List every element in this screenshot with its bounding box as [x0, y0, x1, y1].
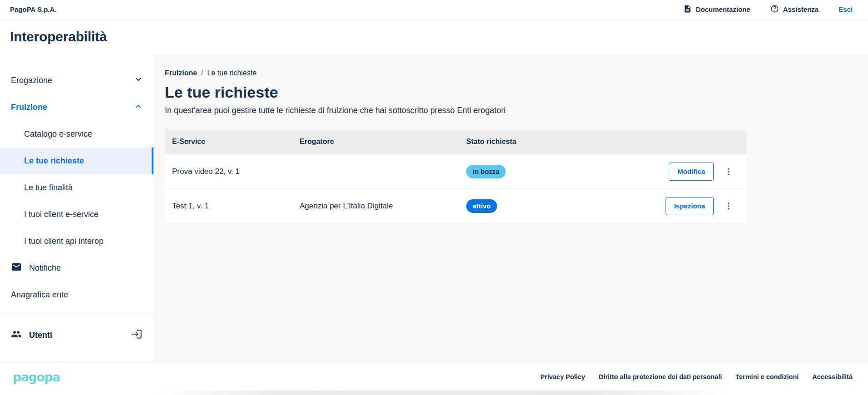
sidebar-item-label: I tuoi client e-service — [24, 210, 99, 219]
sidebar-item-catalogo-e-service[interactable]: Catalogo e-service — [0, 121, 153, 148]
requests-table: E-Service Erogatore Stato richiesta Prov… — [165, 129, 746, 223]
document-icon — [683, 5, 692, 15]
column-header-eservice: E-Service — [172, 138, 300, 146]
sidebar-item-label: Le tue richieste — [24, 156, 84, 166]
window-bottom-shadow — [0, 390, 868, 395]
breadcrumb-current: Le tue richieste — [207, 69, 257, 77]
top-bar-actions: Documentazione Assistenza Esci — [683, 5, 853, 15]
sidebar: Erogazione Fruizione Catalogo e-service … — [0, 54, 153, 362]
app-title: Interoperabilità — [10, 29, 107, 44]
column-header-stato: Stato richiesta — [466, 138, 616, 146]
breadcrumb-parent[interactable]: Fruizione — [165, 69, 197, 77]
table-header-row: E-Service Erogatore Stato richiesta — [165, 129, 746, 154]
cell-eservice: Test 1, v. 1 — [172, 202, 300, 211]
cell-erogatore: Agenzia per L'Italia Digitale — [300, 202, 466, 211]
chevron-up-icon — [134, 102, 143, 113]
app-header: Interoperabilità — [0, 19, 868, 54]
breadcrumb-separator: / — [201, 69, 203, 77]
sidebar-item-label: Catalogo e-service — [24, 129, 92, 139]
footer-links: Privacy Policy Diritto alla protezione d… — [540, 373, 853, 380]
table-row: Prova video 22, v. 1 in bozza Modifica — [165, 154, 746, 189]
sidebar-nav: Erogazione Fruizione Catalogo e-service … — [0, 54, 153, 308]
status-badge: in bozza — [466, 165, 506, 178]
documentation-link[interactable]: Documentazione — [683, 5, 750, 15]
ispeziona-button[interactable]: Ispeziona — [666, 197, 714, 215]
page-subtitle: In quest'area puoi gestire tutte le rich… — [165, 106, 868, 115]
logout-link[interactable]: Esci — [838, 5, 853, 13]
sidebar-item-le-tue-richieste[interactable]: Le tue richieste — [0, 148, 153, 174]
sidebar-item-utenti[interactable]: Utenti — [0, 314, 153, 356]
sidebar-item-label: Anagrafica ente — [11, 290, 68, 300]
sidebar-item-fruizione[interactable]: Fruizione — [0, 94, 153, 121]
mail-icon — [11, 262, 22, 275]
status-badge: attivo — [466, 199, 497, 213]
assistance-label: Assistenza — [783, 5, 819, 13]
kebab-menu-icon[interactable] — [723, 166, 735, 178]
sidebar-item-label: Le tue finalità — [24, 183, 73, 193]
company-brand: PagoPA S.p.A. — [10, 5, 57, 13]
footer-link-data-protection[interactable]: Diritto alla protezione dei dati persona… — [599, 373, 722, 380]
sidebar-item-label: Erogazione — [11, 76, 52, 85]
assistance-link[interactable]: Assistenza — [770, 5, 819, 15]
page-title: Le tue richieste — [165, 84, 868, 101]
main-content: Fruizione / Le tue richieste Le tue rich… — [153, 54, 868, 362]
column-header-erogatore: Erogatore — [300, 138, 466, 146]
footer-link-privacy[interactable]: Privacy Policy — [540, 373, 585, 380]
help-circle-icon — [770, 5, 779, 15]
svg-text:pagopa: pagopa — [13, 370, 60, 384]
sidebar-item-notifiche[interactable]: Notifiche — [0, 255, 153, 281]
sidebar-item-label: Fruizione — [11, 103, 47, 112]
pagopa-logo[interactable]: pagopa — [13, 369, 67, 385]
sidebar-item-anagrafica-ente[interactable]: Anagrafica ente — [0, 281, 153, 308]
group-icon — [11, 329, 22, 342]
utenti-label: Utenti — [29, 331, 52, 340]
sidebar-item-erogazione[interactable]: Erogazione — [0, 67, 153, 94]
kebab-menu-icon[interactable] — [723, 200, 735, 212]
footer-link-accessibility[interactable]: Accessibilità — [812, 373, 853, 380]
chevron-down-icon — [134, 75, 143, 86]
sidebar-item-label: I tuoi client api interop — [24, 237, 104, 246]
sidebar-item-client-e-service[interactable]: I tuoi client e-service — [0, 201, 153, 228]
modifica-button[interactable]: Modifica — [669, 163, 714, 181]
top-bar: PagoPA S.p.A. Documentazione Assistenza … — [0, 0, 868, 19]
sidebar-item-le-tue-finalita[interactable]: Le tue finalità — [0, 174, 153, 201]
breadcrumb: Fruizione / Le tue richieste — [165, 69, 868, 77]
cell-eservice: Prova video 22, v. 1 — [172, 167, 300, 176]
sidebar-item-client-api-interop[interactable]: I tuoi client api interop — [0, 228, 153, 255]
sidebar-item-label: Notifiche — [29, 263, 61, 273]
documentation-label: Documentazione — [696, 5, 750, 13]
footer-link-terms[interactable]: Termini e condizioni — [735, 373, 799, 380]
footer: pagopa Privacy Policy Diritto alla prote… — [0, 362, 868, 395]
table-row: Test 1, v. 1 Agenzia per L'Italia Digita… — [165, 189, 746, 223]
login-arrow-icon[interactable] — [131, 328, 143, 342]
